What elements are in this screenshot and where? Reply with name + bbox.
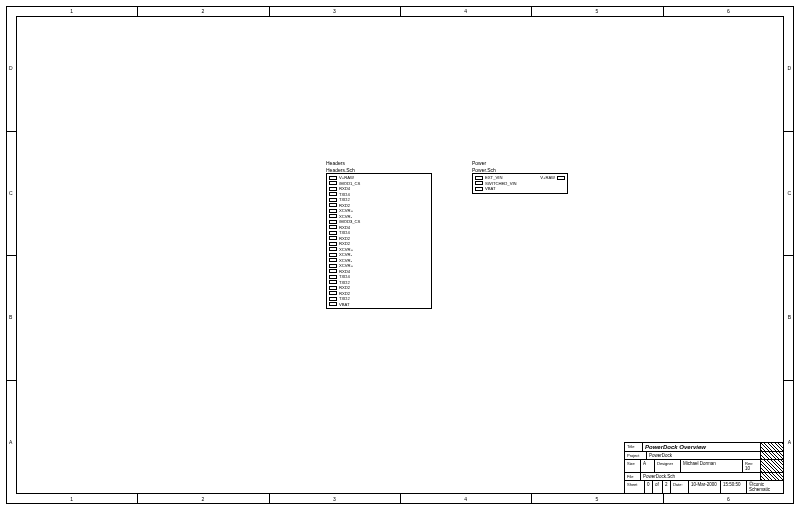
- pin-cell: [329, 269, 337, 273]
- block-power-body: EXT_VINSWITCHED_VINVBAT V+RAW: [472, 173, 568, 194]
- row-tick: D: [787, 65, 791, 71]
- pin-cell: [557, 176, 565, 180]
- tb-designer-label: Designer: [657, 461, 673, 466]
- pin-label: TXD2: [339, 296, 350, 301]
- col-tick: 4: [464, 496, 467, 502]
- pin-cell: [329, 242, 337, 246]
- row-tick: B: [9, 314, 12, 320]
- tb-sheet-total: 2: [663, 481, 671, 493]
- pin-cell: [475, 181, 483, 185]
- pin-row: V+RAW: [540, 175, 565, 181]
- pin-label: TXD4: [339, 274, 350, 279]
- tb-sheet-sep: of: [653, 481, 663, 493]
- pin-cell: [475, 187, 483, 191]
- pin-label: RXD4: [339, 269, 350, 274]
- tb-title: PowerDock Overview: [643, 443, 761, 451]
- title-block: Title PowerDock Overview Project PowerDo…: [624, 442, 784, 494]
- pin-label: XCVR+: [339, 263, 353, 268]
- tb-file-label: File: [627, 474, 633, 479]
- pin-label: /MOD3_CS: [339, 219, 360, 224]
- col-tick: 4: [464, 8, 467, 14]
- row-tick: C: [9, 190, 13, 196]
- pin-row: SWITCHED_VIN: [475, 181, 517, 187]
- row-tick: B: [788, 314, 791, 320]
- tb-hatch-3: [761, 460, 783, 472]
- pin-row: VBAT: [475, 186, 517, 192]
- pin-label: XCVR-: [339, 252, 352, 257]
- col-tick: 1: [70, 496, 73, 502]
- tb-corner: ©Iconic Schematic: [747, 481, 783, 493]
- col-tick: 5: [596, 8, 599, 14]
- pin-label: RXD4: [339, 225, 350, 230]
- pin-cell: [329, 192, 337, 196]
- pin-label: XCVR+: [339, 208, 353, 213]
- pin-label: XCVR+: [339, 247, 353, 252]
- pin-label: RXD4: [339, 186, 350, 191]
- col-tick: 6: [727, 496, 730, 502]
- col-tick: 2: [202, 8, 205, 14]
- pin-label: XCVR-: [339, 214, 352, 219]
- col-tick: 3: [333, 8, 336, 14]
- pin-cell: [329, 198, 337, 202]
- tb-rev: 10: [745, 466, 750, 471]
- pin-cell: [329, 247, 337, 251]
- pin-cell: [329, 214, 337, 218]
- pin-cell: [329, 203, 337, 207]
- tb-date-label: Date:: [673, 482, 683, 487]
- pin-label: V+RAW: [339, 175, 354, 180]
- pin-cell: [329, 258, 337, 262]
- tb-time: 15:50:50: [721, 481, 747, 493]
- block-power: Power Power.Sch EXT_VINSWITCHED_VINVBAT …: [472, 160, 568, 194]
- tb-date: 10-Mar-2000: [689, 481, 721, 493]
- pin-label: RXD2: [339, 236, 350, 241]
- pin-label: RXD2: [339, 291, 350, 296]
- pin-label: /MOD1_CS: [339, 181, 360, 186]
- tb-hatch-4: [761, 473, 783, 480]
- tb-file: PowerDock.Sch: [641, 473, 761, 480]
- tb-size: A: [641, 460, 655, 472]
- row-tick: D: [9, 65, 13, 71]
- col-tick: 1: [70, 8, 73, 14]
- pin-cell: [329, 291, 337, 295]
- pin-label: V+RAW: [540, 175, 555, 180]
- tb-title-label: Title: [627, 444, 634, 449]
- row-tick: C: [787, 190, 791, 196]
- block-headers: Headers Headers.Sch V+RAW/MOD1_CSRXD4TXD…: [326, 160, 432, 309]
- pin-cell: [329, 225, 337, 229]
- tb-sheet-current: 0: [645, 481, 653, 493]
- tb-size-label: Size: [627, 461, 635, 466]
- pin-cell: [329, 220, 337, 224]
- tb-project-label: Project: [627, 453, 639, 458]
- pin-label: EXT_VIN: [485, 175, 502, 180]
- pin-cell: [329, 176, 337, 180]
- pin-cell: [329, 231, 337, 235]
- pin-label: RXD2: [339, 285, 350, 290]
- pin-cell: [329, 209, 337, 213]
- tb-designer: Michael Dorman: [681, 460, 743, 472]
- pin-cell: [329, 275, 337, 279]
- row-tick: A: [788, 439, 791, 445]
- pin-label: VBAT: [339, 302, 350, 307]
- pin-cell: [329, 297, 337, 301]
- tb-sheet-label: Sheet: [627, 482, 637, 487]
- tb-hatch: [761, 443, 783, 451]
- col-tick: 3: [333, 496, 336, 502]
- pin-cell: [329, 187, 337, 191]
- col-tick: 5: [596, 496, 599, 502]
- pin-cell: [329, 302, 337, 306]
- col-tick: 2: [202, 496, 205, 502]
- pin-cell: [475, 176, 483, 180]
- pin-cell: [329, 181, 337, 185]
- row-tick: A: [9, 439, 12, 445]
- pin-label: RXD2: [339, 241, 350, 246]
- pin-label: TXD2: [339, 197, 350, 202]
- pin-cell: [329, 253, 337, 257]
- pin-label: TXD4: [339, 192, 350, 197]
- pin-label: XCVR-: [339, 258, 352, 263]
- pin-label: VBAT: [485, 186, 496, 191]
- pin-cell: [329, 236, 337, 240]
- block-headers-title: Headers: [326, 160, 432, 166]
- pin-label: TXD2: [339, 280, 350, 285]
- tb-project: PowerDock: [647, 452, 761, 459]
- pin-row: VBAT: [329, 302, 429, 308]
